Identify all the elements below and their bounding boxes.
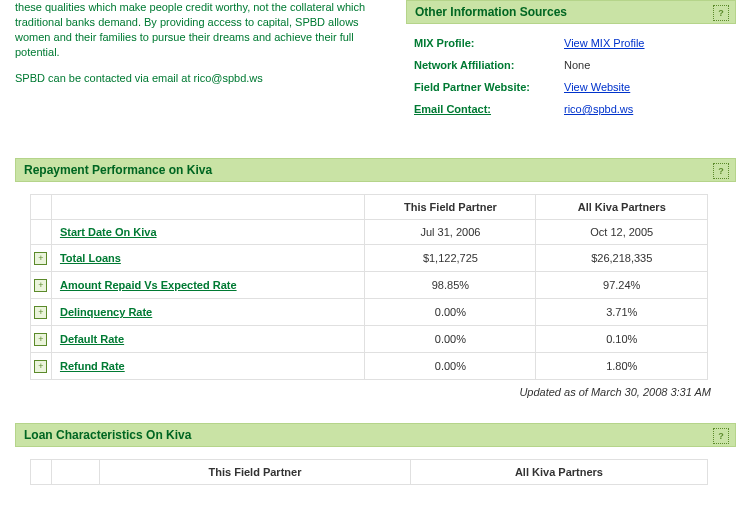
expand-cell: + bbox=[31, 299, 52, 326]
partner-website-label: Field Partner Website: bbox=[414, 81, 564, 93]
table-row: +Refund Rate0.00%1.80% bbox=[31, 353, 708, 380]
all-partners-value: 0.10% bbox=[536, 326, 708, 353]
all-partners-value: 1.80% bbox=[536, 353, 708, 380]
all-partners-value: Oct 12, 2005 bbox=[536, 220, 708, 245]
metric-label[interactable]: Default Rate bbox=[51, 326, 364, 353]
partner-value: $1,122,725 bbox=[365, 245, 536, 272]
expand-icon[interactable]: + bbox=[34, 252, 47, 265]
expand-cell: + bbox=[31, 353, 52, 380]
loan-characteristics-title: Loan Characteristics On Kiva bbox=[24, 428, 191, 442]
all-partners-value: 97.24% bbox=[536, 272, 708, 299]
table-row: +Amount Repaid Vs Expected Rate98.85%97.… bbox=[31, 272, 708, 299]
network-affiliation-value: None bbox=[564, 59, 590, 71]
repayment-table: This Field Partner All Kiva Partners Sta… bbox=[30, 194, 708, 380]
mix-profile-link[interactable]: View MIX Profile bbox=[564, 37, 645, 49]
repayment-header: Repayment Performance on Kiva ? bbox=[15, 158, 736, 182]
help-icon[interactable]: ? bbox=[713, 5, 729, 21]
expand-cell: + bbox=[31, 326, 52, 353]
help-icon[interactable]: ? bbox=[713, 163, 729, 179]
other-info-title: Other Information Sources bbox=[415, 5, 567, 19]
partner-value: 0.00% bbox=[365, 353, 536, 380]
repayment-title: Repayment Performance on Kiva bbox=[24, 163, 212, 177]
loan-characteristics-table: This Field Partner All Kiva Partners bbox=[30, 459, 708, 485]
partner-website-link[interactable]: View Website bbox=[564, 81, 630, 93]
intro-paragraph-1: these qualities which make people credit… bbox=[15, 0, 376, 59]
metric-label[interactable]: Amount Repaid Vs Expected Rate bbox=[51, 272, 364, 299]
email-contact-link[interactable]: rico@spbd.ws bbox=[564, 103, 633, 115]
partner-value: 98.85% bbox=[365, 272, 536, 299]
expand-cell bbox=[31, 220, 52, 245]
table-header-metric bbox=[51, 195, 364, 220]
table-row: +Total Loans$1,122,725$26,218,335 bbox=[31, 245, 708, 272]
metric-label[interactable]: Refund Rate bbox=[51, 353, 364, 380]
email-contact-label[interactable]: Email Contact: bbox=[414, 103, 564, 115]
expand-cell: + bbox=[31, 245, 52, 272]
intro-paragraph-2: SPBD can be contacted via email at rico@… bbox=[15, 71, 376, 86]
other-info-header: Other Information Sources ? bbox=[406, 0, 736, 24]
table-row: +Delinquency Rate0.00%3.71% bbox=[31, 299, 708, 326]
table-header-partner: This Field Partner bbox=[100, 460, 411, 485]
partner-value: 0.00% bbox=[365, 299, 536, 326]
table-header-expand bbox=[31, 195, 52, 220]
table-row: Start Date On KivaJul 31, 2006Oct 12, 20… bbox=[31, 220, 708, 245]
expand-icon[interactable]: + bbox=[34, 279, 47, 292]
all-partners-value: 3.71% bbox=[536, 299, 708, 326]
updated-timestamp: Updated as of March 30, 2008 3:31 AM bbox=[0, 386, 711, 398]
metric-label[interactable]: Delinquency Rate bbox=[51, 299, 364, 326]
expand-cell: + bbox=[31, 272, 52, 299]
help-icon[interactable]: ? bbox=[713, 428, 729, 444]
all-partners-value: $26,218,335 bbox=[536, 245, 708, 272]
network-affiliation-label: Network Affiliation: bbox=[414, 59, 564, 71]
expand-icon[interactable]: + bbox=[34, 360, 47, 373]
table-header-partner: This Field Partner bbox=[365, 195, 536, 220]
partner-value: 0.00% bbox=[365, 326, 536, 353]
table-header-all: All Kiva Partners bbox=[536, 195, 708, 220]
loan-characteristics-header: Loan Characteristics On Kiva ? bbox=[15, 423, 736, 447]
expand-icon[interactable]: + bbox=[34, 306, 47, 319]
table-header-expand bbox=[31, 460, 52, 485]
mix-profile-label: MIX Profile: bbox=[414, 37, 564, 49]
table-row: +Default Rate0.00%0.10% bbox=[31, 326, 708, 353]
metric-label[interactable]: Start Date On Kiva bbox=[51, 220, 364, 245]
expand-icon[interactable]: + bbox=[34, 333, 47, 346]
table-header-all: All Kiva Partners bbox=[410, 460, 707, 485]
table-header-metric bbox=[52, 460, 100, 485]
metric-label[interactable]: Total Loans bbox=[51, 245, 364, 272]
partner-value: Jul 31, 2006 bbox=[365, 220, 536, 245]
